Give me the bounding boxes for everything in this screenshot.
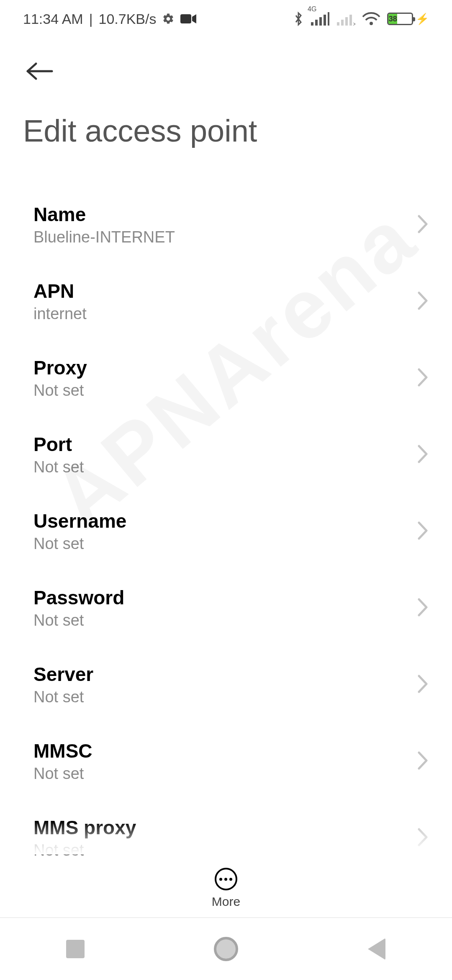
svg-rect-4 <box>324 15 326 26</box>
wifi-icon <box>362 12 380 26</box>
status-speed: 10.7KB/s <box>99 11 157 27</box>
setting-item-name[interactable]: Name Blueline-INTERNET <box>0 186 452 263</box>
chevron-right-icon <box>417 444 429 465</box>
gear-icon <box>162 13 175 25</box>
setting-item-title: Username <box>33 510 126 532</box>
charging-icon: ⚡ <box>416 13 429 26</box>
svg-rect-3 <box>319 17 322 26</box>
svg-rect-7 <box>341 20 344 26</box>
more-button[interactable]: More <box>212 868 240 909</box>
svg-rect-6 <box>337 22 339 26</box>
nav-back-button[interactable] <box>335 928 419 970</box>
square-icon <box>66 940 85 958</box>
chevron-right-icon <box>417 291 429 312</box>
setting-item-title: Port <box>33 433 84 456</box>
chevron-right-icon <box>417 368 429 389</box>
signal-4g-icon: 4G <box>310 11 329 26</box>
setting-item-title: Proxy <box>33 356 87 379</box>
svg-rect-8 <box>345 17 348 26</box>
svg-text:×: × <box>353 21 355 26</box>
arrow-left-icon <box>26 62 54 80</box>
android-nav-bar <box>0 917 452 980</box>
chevron-right-icon <box>417 214 429 235</box>
camera-icon <box>180 13 196 24</box>
setting-item-proxy[interactable]: Proxy Not set <box>0 340 452 416</box>
setting-item-title: MMS proxy <box>33 816 136 839</box>
back-button[interactable] <box>23 54 56 88</box>
setting-item-value: Not set <box>33 841 136 859</box>
setting-item-value: internet <box>33 305 87 323</box>
status-time: 11:34 AM <box>23 11 83 27</box>
setting-item-title: Server <box>33 663 93 686</box>
chevron-right-icon <box>417 521 429 542</box>
bottom-toolbar: More <box>0 858 452 909</box>
setting-item-title: APN <box>33 280 87 302</box>
more-label: More <box>212 895 240 909</box>
signal-secondary-icon: × <box>336 11 355 26</box>
setting-item-value: Not set <box>33 535 126 553</box>
status-right: 4G × 38 ⚡ <box>293 11 429 26</box>
setting-item-apn[interactable]: APN internet <box>0 263 452 340</box>
page-header: Edit access point <box>0 38 452 149</box>
svg-rect-1 <box>311 22 313 26</box>
setting-item-server[interactable]: Server Not set <box>0 646 452 723</box>
svg-rect-0 <box>180 14 191 23</box>
setting-item-title: Password <box>33 586 124 609</box>
chevron-right-icon <box>417 751 429 772</box>
setting-item-username[interactable]: Username Not set <box>0 493 452 570</box>
nav-home-button[interactable] <box>184 928 268 970</box>
chevron-right-icon <box>417 598 429 619</box>
status-left: 11:34 AM | 10.7KB/s <box>23 11 196 27</box>
circle-icon <box>214 937 238 961</box>
status-bar: 11:34 AM | 10.7KB/s 4G × 38 ⚡ <box>0 0 452 38</box>
setting-item-value: Not set <box>33 382 87 400</box>
svg-rect-9 <box>349 15 352 26</box>
nav-recents-button[interactable] <box>33 928 117 970</box>
setting-item-value: Not set <box>33 458 84 476</box>
triangle-icon <box>368 938 385 960</box>
svg-rect-2 <box>315 20 318 26</box>
setting-item-value: Not set <box>33 688 93 706</box>
setting-item-port[interactable]: Port Not set <box>0 416 452 493</box>
settings-list: Name Blueline-INTERNET APN internet Prox… <box>0 186 452 876</box>
setting-item-title: Name <box>33 203 175 226</box>
setting-item-title: MMSC <box>33 740 92 762</box>
more-icon <box>215 868 237 890</box>
bluetooth-icon <box>293 11 303 26</box>
svg-rect-5 <box>328 12 329 26</box>
battery-percent: 38 <box>388 14 397 24</box>
setting-item-password[interactable]: Password Not set <box>0 570 452 646</box>
setting-item-value: Not set <box>33 611 124 629</box>
chevron-right-icon <box>417 828 429 848</box>
setting-item-mmsc[interactable]: MMSC Not set <box>0 723 452 799</box>
setting-item-value: Not set <box>33 765 92 783</box>
page-title: Edit access point <box>23 113 429 149</box>
status-separator: | <box>89 11 93 27</box>
svg-point-11 <box>370 22 373 25</box>
battery-indicator: 38 ⚡ <box>387 13 429 26</box>
setting-item-value: Blueline-INTERNET <box>33 228 175 246</box>
chevron-right-icon <box>417 674 429 695</box>
signal-4g-label: 4G <box>308 5 316 13</box>
